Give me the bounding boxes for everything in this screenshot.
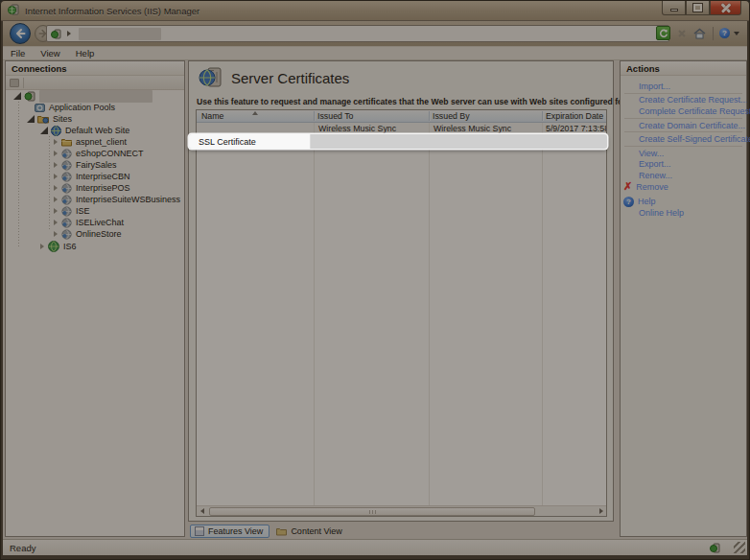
window-title: Internet Information Services (IIS) Mana… <box>25 6 199 16</box>
back-button[interactable] <box>10 23 31 44</box>
resize-grip[interactable] <box>734 542 745 553</box>
menu-view[interactable]: View <box>33 47 67 59</box>
action-online-help[interactable]: Online Help <box>621 207 746 219</box>
folder-icon <box>61 138 72 147</box>
column-divider[interactable] <box>429 111 430 121</box>
tree-item-label: FairySales <box>76 160 117 170</box>
expand-arrow-icon[interactable] <box>13 92 21 100</box>
title-bar[interactable]: Internet Information Services (IIS) Mana… <box>1 1 749 21</box>
expand-arrow-icon[interactable] <box>27 115 35 123</box>
actions-header: Actions <box>621 61 746 76</box>
actions-separator <box>624 118 742 119</box>
action-complete-certificate-request[interactable]: Complete Certificate Request... <box>621 105 746 117</box>
stop-icon[interactable] <box>674 26 689 40</box>
help-dropdown-caret-icon[interactable] <box>734 32 739 35</box>
tree-item-ise[interactable]: ISE <box>54 205 90 217</box>
breadcrumb-arrow-icon <box>67 31 71 36</box>
iis-status-icon <box>710 543 720 555</box>
cell-expiration: 5/9/2017 7:13:58 P <box>546 124 607 133</box>
minimize-button[interactable] <box>662 1 686 15</box>
action-import[interactable]: Import... <box>621 81 746 92</box>
action-create-domain-certificate[interactable]: Create Domain Certificate... <box>621 120 746 131</box>
tree-item-interprisesuitewsbusiness[interactable]: InterpriseSuiteWSBusiness <box>54 194 180 205</box>
action-create-self-signed-certificate[interactable]: Create Self-Signed Certificate... <box>621 133 746 145</box>
column-divider[interactable] <box>542 111 543 121</box>
tree-item-is6[interactable]: IS6 <box>40 241 77 252</box>
home-icon[interactable] <box>692 26 707 40</box>
actions-separator <box>624 131 742 132</box>
collapsed-arrow-icon[interactable] <box>54 220 58 225</box>
help-toolbar-icon[interactable]: ? <box>719 28 730 38</box>
tree-item-onlinestore[interactable]: OnlineStore <box>54 228 122 240</box>
view-tabs: Features View Content View <box>190 524 348 539</box>
tree-item-interprisecbn[interactable]: InterpriseCBN <box>54 171 130 182</box>
tab-label: Features View <box>208 526 263 536</box>
save-connection-icon[interactable] <box>10 79 19 87</box>
workspace: Connections <box>3 59 747 539</box>
column-header-issued-to[interactable]: Issued To <box>317 111 354 121</box>
scrollbar-thumb[interactable] <box>209 507 535 516</box>
action-help[interactable]: ? Help <box>621 196 746 207</box>
toolbar-separator <box>713 27 714 40</box>
scroll-left-arrow[interactable] <box>197 506 207 516</box>
action-export[interactable]: Export... <box>621 159 746 171</box>
site-globe-icon <box>61 195 72 205</box>
column-header-name[interactable]: Name <box>201 111 223 121</box>
tree-item-label: InterprisePOS <box>76 183 130 193</box>
tree-item-fairysales[interactable]: FairySales <box>54 159 117 171</box>
tab-content-view[interactable]: Content View <box>272 525 347 538</box>
server-icon <box>24 91 35 102</box>
status-text: Ready <box>10 543 35 553</box>
site-globe-icon <box>61 206 72 217</box>
site-globe-icon <box>61 183 72 194</box>
column-divider[interactable] <box>314 111 315 121</box>
action-create-certificate-request[interactable]: Create Certificate Request... <box>621 95 746 106</box>
tree-item-server-root[interactable] <box>13 90 152 102</box>
page-title: Server Certificates <box>231 70 349 86</box>
collapsed-arrow-icon[interactable] <box>54 197 58 202</box>
collapsed-arrow-icon[interactable] <box>40 244 44 249</box>
tree-item-eshopconnect[interactable]: eShopCONNECT <box>54 148 144 159</box>
tree-item-label: Application Pools <box>49 103 115 112</box>
refresh-icon[interactable] <box>656 26 670 40</box>
sort-ascending-icon <box>252 111 258 115</box>
collapsed-arrow-icon[interactable] <box>54 174 58 179</box>
tree-item-iselivechat[interactable]: ISELiveChat <box>54 217 124 228</box>
tree-item-interprisepos[interactable]: InterprisePOS <box>54 182 130 194</box>
horizontal-scrollbar[interactable] <box>197 505 606 516</box>
collapsed-arrow-icon[interactable] <box>54 185 58 191</box>
collapsed-arrow-icon[interactable] <box>54 231 58 237</box>
tree-guide-line <box>18 102 19 247</box>
close-button[interactable] <box>710 1 741 15</box>
maximize-button[interactable] <box>686 1 710 15</box>
column-header-issued-by[interactable]: Issued By <box>433 111 470 121</box>
menu-help[interactable]: Help <box>68 47 103 59</box>
highlighted-certificate-row[interactable]: SSL Certificate <box>189 134 607 149</box>
scroll-right-arrow[interactable] <box>596 506 606 516</box>
collapsed-arrow-icon[interactable] <box>54 208 58 214</box>
action-view[interactable]: View... <box>621 148 746 159</box>
action-renew[interactable]: Renew... <box>621 170 746 181</box>
collapsed-arrow-icon[interactable] <box>54 162 58 168</box>
tree-item-label: InterpriseCBN <box>76 172 130 181</box>
tree-item-label: ISE <box>76 206 90 216</box>
tree-item-application-pools[interactable]: Application Pools <box>35 102 115 113</box>
tree-item-aspnet-client[interactable]: aspnet_client <box>54 136 127 148</box>
application-pools-icon <box>35 103 45 112</box>
status-bar: Ready <box>3 539 747 555</box>
tree-item-sites[interactable]: Sites <box>27 113 72 125</box>
table-header-row: Name Issued To Issued By Expiration Date <box>197 110 606 123</box>
menu-file[interactable]: File <box>3 47 33 59</box>
action-remove[interactable]: ✗ Remove <box>621 181 746 193</box>
site-globe-icon <box>61 172 72 182</box>
collapsed-arrow-icon[interactable] <box>54 151 58 156</box>
expand-arrow-icon[interactable] <box>40 127 48 134</box>
site-globe-icon <box>61 160 72 171</box>
address-breadcrumb-bar[interactable] <box>46 25 669 42</box>
collapsed-arrow-icon[interactable] <box>54 139 58 145</box>
column-header-expiration-date[interactable]: Expiration Date <box>546 111 603 121</box>
tree-item-label: OnlineStore <box>76 229 122 239</box>
connections-tree: Application Pools Sites Default Web Site <box>6 90 184 536</box>
tab-features-view[interactable]: Features View <box>190 525 270 538</box>
tree-item-default-web-site[interactable]: Default Web Site <box>40 125 129 136</box>
